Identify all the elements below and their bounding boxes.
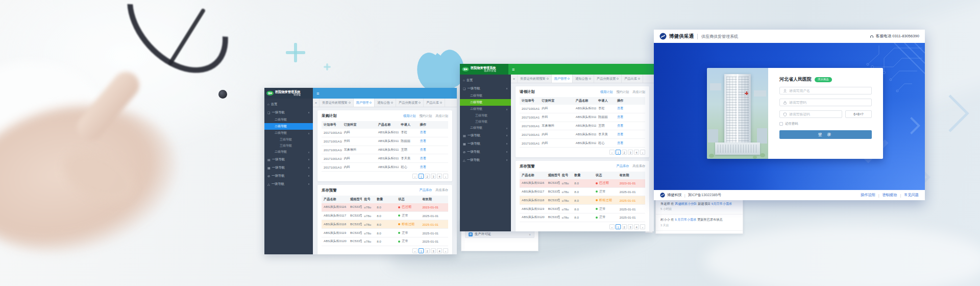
login-button[interactable]: 登 录 — [779, 130, 872, 139]
plan-link[interactable]: 预约计划 — [420, 114, 432, 118]
tab[interactable]: 产品分类设置 — [594, 75, 622, 83]
tab-refresh-icon[interactable] — [617, 78, 619, 80]
tab[interactable]: 通知公告 — [375, 99, 396, 107]
view-link[interactable]: 查看 — [617, 124, 623, 127]
tab-refresh-icon[interactable] — [547, 78, 549, 80]
sidebar-item[interactable]: ⊘ 一级导航 ∨ — [460, 148, 511, 156]
page-button[interactable]: 3 — [628, 224, 633, 229]
page-button[interactable]: ‹ — [412, 174, 418, 179]
tab[interactable]: 产品出库 — [424, 99, 445, 107]
collapse-sidebar-icon[interactable]: « — [511, 75, 518, 83]
tab[interactable]: 用户管理 — [552, 75, 573, 83]
view-link[interactable]: 查看 — [617, 141, 623, 145]
hamburger-menu-icon[interactable]: ≡ — [512, 67, 514, 72]
stock-link[interactable]: 高值库存 — [632, 164, 645, 169]
view-link[interactable]: 查看 — [420, 165, 426, 169]
collapse-sidebar-icon[interactable]: « — [313, 99, 320, 107]
plan-link[interactable]: 预约计划 — [617, 90, 629, 94]
plan-link[interactable]: 高值计划 — [632, 90, 645, 94]
tab-refresh-icon[interactable] — [589, 78, 591, 80]
chevron-down-icon[interactable]: ∨ — [529, 233, 531, 236]
sidebar-item[interactable]: 三级导航 — [460, 112, 511, 118]
page-button[interactable]: 4 — [634, 224, 639, 229]
view-link[interactable]: 查看 — [420, 130, 426, 134]
page-button[interactable]: 2 — [425, 248, 430, 253]
tab-refresh-icon[interactable] — [370, 102, 372, 104]
page-button[interactable]: ‹ — [412, 248, 418, 253]
checkbox-icon[interactable] — [779, 122, 783, 126]
stock-link[interactable]: 产品库存 — [420, 188, 432, 193]
page-button[interactable]: 3 — [431, 248, 436, 253]
sidebar-item[interactable]: 二级导航 ∧ — [460, 106, 511, 112]
page-button[interactable]: 3 — [431, 174, 436, 179]
sidebar-item[interactable]: 二级导航 ∨ — [460, 125, 511, 131]
sidebar-item[interactable]: 二级导航 — [460, 99, 511, 106]
view-link[interactable]: 查看 — [420, 139, 426, 142]
sidebar-item[interactable]: ▤ 一级导航 ∨ — [264, 155, 313, 163]
page-button[interactable]: ‹ — [609, 150, 615, 155]
captcha-question[interactable]: 6+8=? — [845, 110, 872, 118]
view-link[interactable]: 查看 — [617, 106, 623, 110]
stock-link[interactable]: 高值库存 — [435, 188, 448, 193]
tab[interactable]: 产品分类设置 — [396, 99, 424, 107]
sidebar-item[interactable]: ▦ 一级导航 ∨ — [460, 139, 511, 148]
sidebar-item[interactable]: 二级导航 — [264, 123, 313, 130]
tab-refresh-icon[interactable] — [391, 102, 393, 104]
hamburger-menu-icon[interactable]: ≡ — [316, 91, 319, 96]
page-button[interactable]: 2 — [425, 174, 430, 179]
sidebar-item[interactable]: 三级导航 — [264, 142, 313, 149]
tab[interactable]: 产品出库 — [622, 75, 643, 83]
captcha-field[interactable] — [779, 110, 842, 118]
sidebar-item[interactable]: ▦ 一级导航 ∨ — [264, 163, 313, 172]
feed-text-part[interactable]: 风健精英小分队 — [675, 202, 697, 205]
page-button[interactable]: 1 — [616, 150, 621, 155]
sidebar-item[interactable]: 三级导航 — [460, 118, 511, 125]
sidebar-item[interactable]: ⌂ 首页 — [460, 76, 511, 84]
page-button[interactable]: › — [640, 224, 645, 229]
page-button[interactable]: 4 — [437, 174, 442, 179]
tab[interactable]: 资质证件效期预警 — [518, 75, 552, 83]
username-field[interactable] — [779, 87, 872, 94]
tab-refresh-icon[interactable] — [349, 102, 351, 104]
feed-text-part[interactable]: 5 月日常小需求 — [675, 218, 696, 221]
sidebar-item[interactable]: △ 一级导航 ∨ — [264, 180, 313, 188]
footer-link[interactable]: 操作说明 — [861, 193, 875, 198]
tab-refresh-icon[interactable] — [440, 102, 442, 104]
tab[interactable]: 用户管理 — [354, 99, 375, 107]
page-button[interactable]: › — [640, 150, 645, 155]
password-field[interactable] — [779, 99, 872, 106]
sidebar-item[interactable]: 二级导航 — [264, 116, 313, 123]
plan-link[interactable]: 领用计划 — [600, 90, 613, 94]
page-button[interactable]: ‹ — [609, 224, 615, 229]
page-button[interactable]: 2 — [622, 224, 627, 229]
icp-number[interactable]: 冀ICP备13022385号 — [688, 193, 722, 198]
sidebar-item[interactable]: 二级导航 ∨ — [264, 149, 313, 155]
page-button[interactable]: 4 — [437, 248, 442, 253]
password-input[interactable] — [789, 101, 868, 104]
view-link[interactable]: 查看 — [420, 156, 426, 160]
sidebar-item[interactable]: ❏ 一级导航 ∧ — [264, 108, 313, 116]
page-button[interactable]: 1 — [616, 224, 621, 229]
plan-link[interactable]: 高值计划 — [435, 114, 448, 118]
tab-refresh-icon[interactable] — [638, 78, 640, 80]
view-link[interactable]: 查看 — [420, 148, 426, 151]
tab[interactable]: 资质证件效期预警 — [320, 99, 354, 107]
page-button[interactable]: 1 — [419, 174, 424, 179]
sidebar-item[interactable]: 三级导航 — [264, 136, 313, 142]
certificate-row[interactable]: 生产许可证 ∨ — [465, 230, 534, 238]
view-link[interactable]: 查看 — [617, 115, 623, 118]
page-button[interactable]: 4 — [634, 150, 639, 155]
footer-link[interactable]: 密钥驱动 — [883, 193, 897, 198]
captcha-input[interactable] — [789, 112, 839, 116]
sidebar-item[interactable]: 二级导航 ∧ — [264, 130, 313, 136]
page-button[interactable]: 3 — [628, 150, 633, 155]
tab-refresh-icon[interactable] — [568, 78, 570, 80]
sidebar-item[interactable]: △ 一级导航 ∨ — [460, 156, 511, 164]
tab[interactable]: 通知公告 — [573, 75, 594, 83]
username-input[interactable] — [789, 89, 868, 92]
tab-refresh-icon[interactable] — [419, 102, 421, 104]
remember-password[interactable]: 记住密码 — [779, 122, 872, 126]
sidebar-item[interactable]: ⌂ 首页 — [264, 100, 313, 108]
page-button[interactable]: › — [443, 174, 448, 179]
plan-link[interactable]: 领用计划 — [403, 114, 416, 118]
